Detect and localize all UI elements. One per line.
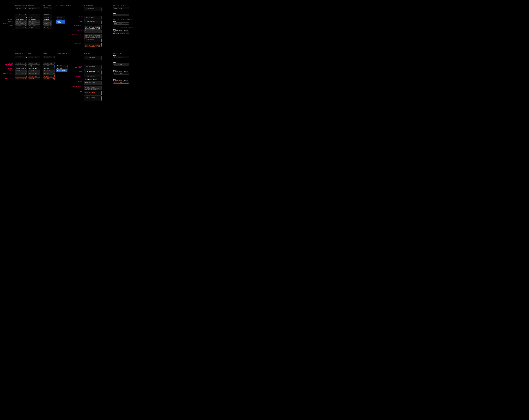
ta-default[interactable]	[84, 65, 102, 70]
filter-disabled-value	[15, 72, 27, 75]
option-spare-change[interactable]: Spare change	[56, 69, 67, 72]
hdr-input-small-icon: INPUT SMALL (W/ICON)	[15, 5, 27, 6]
ta-disabled	[84, 81, 102, 85]
email-error-value[interactable]	[28, 77, 40, 80]
ta-sm-error-value[interactable]	[84, 43, 102, 47]
ta-b-row-default-placeholder: DEFAULT PLACEHOLDER	[70, 66, 82, 68]
ta-value[interactable]	[84, 75, 102, 80]
select-sm-dropdown[interactable]: One-time Spare Change	[56, 18, 65, 24]
email-labeled-disabled	[113, 63, 129, 66]
search-icon	[25, 73, 27, 74]
email-sm-error[interactable]	[28, 25, 40, 27]
email-value[interactable]	[28, 67, 40, 70]
filter-default[interactable]	[15, 62, 27, 65]
email-active[interactable]	[28, 65, 40, 67]
select-sm-error-value[interactable]: Recurring	[43, 27, 52, 29]
email-labeled-sm[interactable]	[113, 7, 129, 9]
ta-sm-error[interactable]	[84, 38, 102, 42]
hdr-input-error-help: INPUT W/ERROR & HELP TEXT	[113, 77, 129, 79]
ta-active[interactable]	[84, 70, 102, 75]
option-spare-change-sm[interactable]: Spare Change	[56, 20, 65, 24]
select-error-value[interactable]: Recurring	[43, 77, 54, 80]
textarea-sm[interactable]	[84, 7, 102, 11]
email-sm-active[interactable]	[28, 16, 40, 18]
email-labeled-help[interactable]	[113, 72, 129, 75]
filter-active[interactable]	[15, 65, 27, 67]
hdr-select: SELECT	[43, 53, 47, 54]
select-default[interactable]: Donation Type	[43, 62, 54, 65]
select-sm-open[interactable]: Recurring	[56, 16, 65, 18]
hdr-input-small: INPUT SMALL	[28, 5, 35, 6]
filter-sm-default[interactable]	[15, 14, 27, 16]
select-open[interactable]: Recurring	[56, 65, 67, 67]
quick-filter-sm[interactable]	[15, 7, 27, 9]
email-sm-default[interactable]	[28, 14, 40, 16]
email-sm-error-value[interactable]	[28, 27, 40, 29]
svg-point-26	[26, 73, 26, 74]
label-email-b2: Email	[113, 62, 116, 63]
row-b-error-value: ERROR W/VALUE	[2, 78, 13, 79]
email-labeled[interactable]	[113, 56, 129, 58]
filter-value[interactable]	[15, 67, 27, 70]
hdr-input-label: INPUT W/LABEL	[113, 53, 121, 54]
select-disabled: Donation Type	[43, 70, 54, 72]
row-error-value: ERROR W/VALUE	[2, 27, 13, 28]
select-sm-default[interactable]: Donation Type	[43, 14, 52, 16]
select-sm-disabled: Donation Type	[43, 20, 52, 22]
select-active[interactable]: Recurring	[43, 65, 54, 67]
svg-line-27	[26, 74, 26, 74]
filter-sm-error-value[interactable]	[15, 27, 27, 29]
select-sm-value[interactable]: Recurring	[43, 18, 52, 20]
select-sm-active[interactable]: Recurring	[43, 16, 52, 18]
email-sm[interactable]	[28, 7, 40, 9]
ta-error[interactable]	[84, 91, 102, 95]
row-b-error: ERROR	[2, 75, 13, 77]
option-one-time-sm[interactable]: One-time	[56, 18, 65, 20]
select-sm-disabled-value: Recurring	[43, 22, 52, 25]
donation-select-sm[interactable]: Donation Type	[43, 7, 52, 9]
select-sm-error[interactable]: Donation Type	[43, 25, 52, 27]
option-one-time[interactable]: One-time	[56, 67, 67, 69]
row-default-value: DEFAULT VALUE	[2, 19, 13, 20]
email-labeled-sm-disabled	[113, 14, 129, 16]
email-labeled-error[interactable]	[113, 81, 129, 83]
svg-line-9	[26, 22, 26, 22]
filter-sm-value[interactable]	[15, 18, 27, 20]
ta-error-value[interactable]	[84, 96, 102, 101]
row-error: ERROR	[2, 25, 13, 26]
ta-row-disabled: DISABLED	[70, 30, 82, 31]
error-text-1: Please enter a valid email address	[113, 33, 130, 34]
svg-line-11	[26, 24, 26, 24]
filter-error-value[interactable]	[15, 77, 27, 80]
select-value[interactable]: Recurring	[43, 67, 54, 70]
email-sm-value[interactable]	[28, 18, 40, 20]
error-text-b1: Please enter a valid email address	[113, 83, 130, 85]
select-dropdown[interactable]: One-time Spare change	[56, 67, 67, 72]
email-default[interactable]	[28, 62, 40, 65]
donation-select[interactable]: Donation Type	[43, 56, 54, 58]
select-error[interactable]: Donation Type	[43, 75, 54, 77]
email-labeled-sm-error[interactable]	[113, 31, 129, 33]
ta-sm-disabled	[84, 29, 102, 33]
filter-sm-active[interactable]	[15, 16, 27, 18]
search-icon	[25, 70, 27, 71]
ta-sm-default[interactable]	[84, 16, 102, 20]
filter-error[interactable]	[15, 75, 27, 77]
ta-row-active: ACTIVE	[70, 21, 82, 22]
hdr-disabled-input-label: DISABLED INPUT W/LABEL	[113, 60, 127, 62]
ta-sm-active[interactable]	[84, 20, 102, 24]
filter-sm-error[interactable]	[15, 25, 27, 27]
hdr-input-label-help: INPUT W/LABEL & HELP TEXT	[113, 68, 129, 69]
row-b-disabled: DISABLED	[2, 70, 13, 71]
ta-b-row-error: ERROR	[70, 91, 82, 92]
ta-b-row-default-value: DEFAULT VALUE	[70, 76, 82, 77]
quick-filter[interactable]	[15, 56, 27, 58]
email-labeled-sm-help[interactable]	[113, 22, 129, 25]
email-disabled	[28, 70, 40, 72]
textarea[interactable]	[84, 56, 102, 60]
email-error[interactable]	[28, 75, 40, 77]
svg-point-24	[26, 70, 26, 71]
email[interactable]	[28, 56, 40, 58]
ta-sm-value[interactable]	[84, 25, 102, 29]
ta-b-row-disabled: DISABLED	[70, 81, 82, 82]
